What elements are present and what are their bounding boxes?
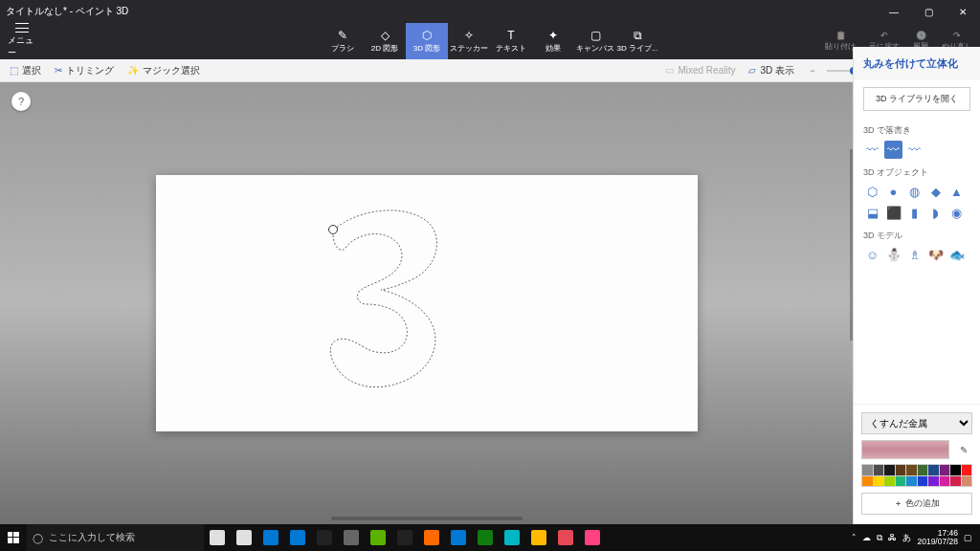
models-item-4[interactable]: 🐟	[947, 246, 966, 264]
menu-button[interactable]: メニュー	[8, 23, 36, 59]
path-start-handle[interactable]	[328, 225, 338, 234]
color-swatch[interactable]	[896, 465, 906, 475]
color-swatch[interactable]	[928, 476, 939, 487]
taskbar-app-9[interactable]	[445, 524, 472, 551]
taskbar-app-8[interactable]	[418, 524, 445, 551]
models-item-0[interactable]: ☺	[863, 246, 881, 264]
maximize-button[interactable]: ▢	[911, 0, 946, 23]
objects-item-8[interactable]: ◗	[926, 204, 945, 222]
tool-3D ライブ...[interactable]: ⧉3D ライブ...	[616, 23, 658, 59]
color-swatch[interactable]	[918, 476, 928, 487]
tool-icon: ⬡	[420, 29, 434, 42]
objects-item-1[interactable]: ●	[884, 183, 902, 201]
color-swatch[interactable]	[918, 465, 928, 475]
models-item-2[interactable]: ♗	[905, 246, 924, 264]
cortana-icon: ◯	[33, 533, 43, 543]
doodle-item-2[interactable]: 〰	[905, 141, 924, 159]
tray-dropbox-icon[interactable]: ⧉	[877, 533, 882, 543]
3d-view-button[interactable]: ▱3D 表示	[748, 64, 794, 77]
taskbar-app-3[interactable]	[284, 524, 311, 551]
color-swatch[interactable]	[874, 465, 884, 475]
mixed-reality-button[interactable]: ▭Mixed Reality	[665, 65, 735, 76]
objects-item-0[interactable]: ⬡	[863, 183, 881, 201]
objects-item-2[interactable]: ◍	[905, 183, 924, 201]
tool-キャンバス[interactable]: ▢キャンバス	[574, 23, 616, 59]
tray-ime-icon[interactable]: あ	[902, 532, 911, 544]
objects-item-4[interactable]: ▲	[947, 183, 966, 201]
color-swatch[interactable]	[906, 476, 917, 487]
tool-ステッカー[interactable]: ✧ステッカー	[448, 23, 490, 59]
notification-icon[interactable]: ▢	[964, 533, 972, 542]
current-color-swatch[interactable]	[861, 440, 949, 459]
taskbar-app-1[interactable]	[231, 524, 257, 551]
canvas[interactable]	[156, 175, 698, 431]
color-swatch[interactable]	[884, 476, 895, 487]
color-swatch[interactable]	[940, 476, 950, 487]
color-swatch[interactable]	[950, 476, 961, 487]
add-color-button[interactable]: ＋ 色の追加	[861, 493, 972, 515]
color-swatch[interactable]	[962, 465, 972, 475]
color-swatch[interactable]	[862, 465, 873, 475]
start-button[interactable]	[0, 524, 27, 551]
color-swatch[interactable]	[940, 465, 950, 475]
sub-マジック選択[interactable]: ✨マジック選択	[127, 64, 200, 77]
tray-chevron-icon[interactable]: ˄	[852, 533, 857, 542]
open-3d-library-button[interactable]: 3D ライブラリを開く	[863, 87, 970, 111]
tool-icon: T	[504, 29, 518, 42]
color-swatch[interactable]	[928, 465, 939, 475]
models-item-1[interactable]: ⛄	[884, 246, 902, 264]
objects-item-3[interactable]: ◆	[926, 183, 945, 201]
taskbar-app-6[interactable]	[365, 524, 391, 551]
color-swatch[interactable]	[962, 476, 972, 487]
taskbar-app-0[interactable]	[204, 524, 231, 551]
system-tray[interactable]: ˄ ☁ ⧉ 🖧 あ 17:46 2019/07/28 ▢	[844, 529, 980, 547]
doodle-item-0[interactable]: 〰	[863, 141, 881, 159]
help-button[interactable]: ?	[11, 92, 31, 111]
sub-選択[interactable]: ⬚選択	[10, 64, 41, 77]
horizontal-scrollbar[interactable]	[331, 517, 523, 520]
color-swatch[interactable]	[884, 465, 895, 475]
close-button[interactable]: ✕	[946, 0, 980, 23]
tool-効果[interactable]: ✦効果	[532, 23, 574, 59]
tool-icon: ✦	[546, 29, 560, 42]
taskbar-clock[interactable]: 17:46 2019/07/28	[917, 529, 958, 547]
color-swatch[interactable]	[906, 465, 917, 475]
taskbar-app-2[interactable]	[257, 524, 284, 551]
side-panel: 丸みを付けて立体化 3D ライブラリを開く 3D で落書き〰〰〰 3D オブジェ…	[853, 47, 980, 524]
material-select[interactable]: くすんだ金属	[861, 412, 972, 434]
taskbar-app-11[interactable]	[499, 524, 525, 551]
models-item-3[interactable]: 🐶	[926, 246, 945, 264]
minimize-button[interactable]: ―	[877, 0, 911, 23]
tb-貼り付け[interactable]: 📋貼り付け	[825, 31, 856, 52]
tool-3D 図形[interactable]: ⬡3D 図形	[406, 23, 448, 59]
window-title: タイトルなし* - ペイント 3D	[6, 5, 128, 18]
tool-2D 図形[interactable]: ◇2D 図形	[364, 23, 406, 59]
taskbar-app-7[interactable]	[391, 524, 418, 551]
eyedropper-button[interactable]: ✎	[955, 441, 972, 458]
sub-トリミング[interactable]: ✂トリミング	[55, 64, 114, 77]
zoom-out-button[interactable]: －	[808, 64, 817, 77]
sub-toolbar: ⬚選択✂トリミング✨マジック選択 ▭Mixed Reality ▱3D 表示 －…	[0, 59, 980, 82]
tool-ブラシ[interactable]: ✎ブラシ	[322, 23, 364, 59]
taskbar-app-12[interactable]	[525, 524, 552, 551]
color-swatch[interactable]	[874, 476, 884, 487]
objects-item-6[interactable]: ⬛	[884, 204, 902, 222]
tray-cloud-icon[interactable]: ☁	[862, 533, 871, 542]
taskbar-search[interactable]: ◯ ここに入力して検索	[27, 524, 204, 551]
tool-テキスト[interactable]: Tテキスト	[490, 23, 532, 59]
taskbar-app-5[interactable]	[338, 524, 365, 551]
color-swatch[interactable]	[950, 465, 961, 475]
title-bar: タイトルなし* - ペイント 3D ― ▢ ✕	[0, 0, 980, 23]
objects-item-9[interactable]: ◉	[947, 204, 966, 222]
taskbar-app-10[interactable]	[472, 524, 499, 551]
taskbar-app-4[interactable]	[311, 524, 338, 551]
tray-network-icon[interactable]: 🖧	[888, 533, 897, 542]
doodle-item-1[interactable]: 〰	[884, 141, 902, 159]
objects-item-5[interactable]: ⬓	[863, 204, 881, 222]
taskbar-app-14[interactable]	[579, 524, 606, 551]
objects-item-7[interactable]: ▮	[905, 204, 924, 222]
tool-icon: ✎	[336, 29, 349, 42]
color-swatch[interactable]	[896, 476, 906, 487]
taskbar-app-13[interactable]	[552, 524, 579, 551]
color-swatch[interactable]	[862, 476, 873, 487]
